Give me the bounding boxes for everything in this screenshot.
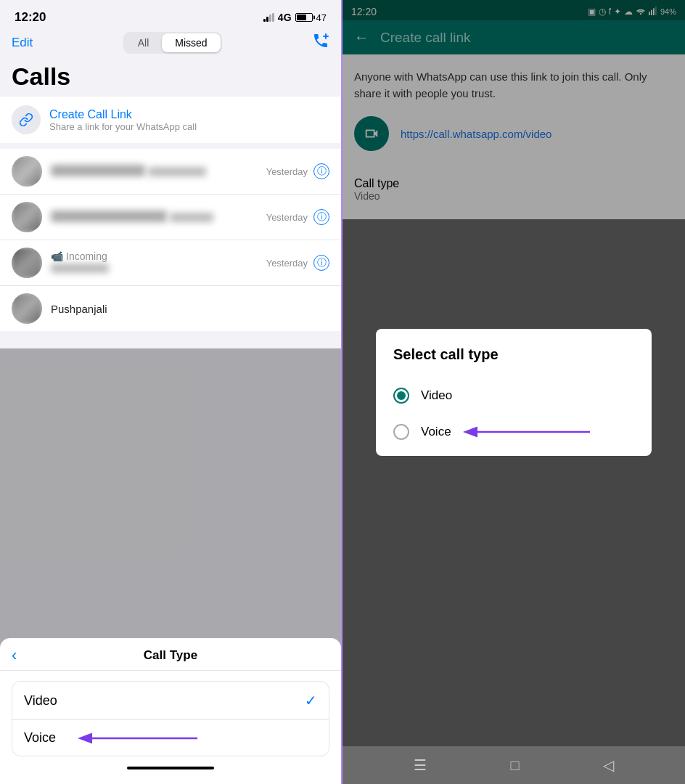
option-video[interactable]: Video ✓ bbox=[12, 682, 329, 720]
android-menu-button[interactable]: ☰ bbox=[414, 756, 427, 774]
right-panel: 12:20 ▣ ◷ f ✦ ☁ bbox=[342, 0, 685, 784]
call-info bbox=[51, 210, 258, 225]
info-button[interactable]: ⓘ bbox=[313, 163, 329, 179]
select-call-type-dialog: Select call type Video Voice bbox=[376, 329, 652, 456]
info-button[interactable]: ⓘ bbox=[313, 209, 329, 225]
radio-voice bbox=[393, 424, 409, 440]
link-icon bbox=[12, 105, 41, 134]
video-option-label: Video bbox=[24, 693, 57, 709]
add-call-button[interactable] bbox=[312, 32, 329, 54]
tab-missed[interactable]: Missed bbox=[162, 33, 220, 52]
create-call-link-item[interactable]: Create Call Link Share a link for your W… bbox=[0, 97, 341, 143]
page-title: Calls bbox=[0, 60, 341, 97]
ios-filter-tabs: All Missed bbox=[123, 32, 222, 54]
call-type-bottom-sheet: ‹ Call Type Video ✓ Voice bbox=[0, 638, 341, 784]
call-list-section: Yesterday ⓘ Yesterday ⓘ � bbox=[0, 149, 341, 331]
left-panel: 12:20 4G 47 Edit All Missed bbox=[0, 0, 342, 784]
create-call-link-title: Create Call Link bbox=[49, 108, 197, 121]
battery-ios-icon bbox=[295, 13, 313, 22]
call-info bbox=[51, 164, 258, 179]
network-type: 4G bbox=[278, 12, 292, 23]
home-indicator bbox=[127, 767, 214, 769]
call-meta: Yesterday ⓘ bbox=[266, 255, 329, 271]
ios-status-bar: 12:20 4G 47 bbox=[0, 0, 341, 29]
arrow-annotation-android bbox=[456, 419, 594, 445]
tab-all[interactable]: All bbox=[125, 33, 163, 52]
incoming-label: 📹 Incoming bbox=[51, 250, 258, 262]
dialog-voice-label: Voice bbox=[421, 425, 451, 439]
ios-edit-button[interactable]: Edit bbox=[12, 36, 33, 50]
avatar bbox=[12, 293, 42, 324]
avatar bbox=[12, 202, 42, 232]
list-item[interactable]: Yesterday ⓘ bbox=[0, 195, 341, 240]
android-home-button[interactable]: □ bbox=[510, 757, 519, 774]
signal-bars-icon bbox=[263, 13, 274, 22]
call-meta: Yesterday ⓘ bbox=[266, 163, 329, 179]
sheet-back-button[interactable]: ‹ bbox=[12, 646, 17, 665]
arrow-annotation-ios bbox=[70, 725, 201, 751]
call-meta: Yesterday ⓘ bbox=[266, 209, 329, 225]
sheet-title: Call Type bbox=[144, 648, 197, 663]
ios-time: 12:20 bbox=[15, 10, 46, 25]
list-item[interactable]: 📹 Incoming Yesterday ⓘ bbox=[0, 240, 341, 286]
call-info: Pushpanjali bbox=[51, 303, 329, 315]
battery-ios-number: 47 bbox=[316, 12, 327, 23]
call-time: Yesterday bbox=[266, 166, 308, 177]
dialog-video-label: Video bbox=[421, 388, 452, 403]
create-call-link-subtitle: Share a link for your WhatsApp call bbox=[49, 121, 197, 132]
option-voice[interactable]: Voice bbox=[12, 720, 329, 756]
android-back-nav-button[interactable]: ◁ bbox=[603, 756, 614, 774]
dialog-option-voice[interactable]: Voice bbox=[376, 414, 652, 450]
avatar bbox=[12, 248, 42, 278]
check-icon: ✓ bbox=[305, 692, 317, 709]
call-type-options: Video ✓ Voice bbox=[12, 681, 329, 756]
call-info: 📹 Incoming bbox=[51, 250, 258, 276]
list-item[interactable]: Yesterday ⓘ bbox=[0, 149, 341, 195]
sheet-header: ‹ Call Type bbox=[0, 638, 341, 671]
dialog-title: Select call type bbox=[376, 346, 652, 377]
android-bottom-nav: ☰ □ ◁ bbox=[342, 746, 685, 784]
call-time: Yesterday bbox=[266, 258, 308, 269]
list-item[interactable]: Pushpanjali bbox=[0, 286, 341, 331]
create-call-link-text: Create Call Link Share a link for your W… bbox=[49, 108, 197, 132]
radio-video bbox=[393, 388, 409, 404]
call-time: Yesterday bbox=[266, 212, 308, 223]
dialog-option-video[interactable]: Video bbox=[376, 377, 652, 414]
voice-option-label: Voice bbox=[24, 730, 56, 746]
ios-nav-bar: Edit All Missed bbox=[0, 29, 341, 60]
info-button[interactable]: ⓘ bbox=[313, 255, 329, 271]
avatar bbox=[12, 156, 42, 187]
ios-status-icons: 4G 47 bbox=[263, 12, 327, 23]
android-dialog-overlay: Select call type Video Voice bbox=[342, 0, 685, 784]
